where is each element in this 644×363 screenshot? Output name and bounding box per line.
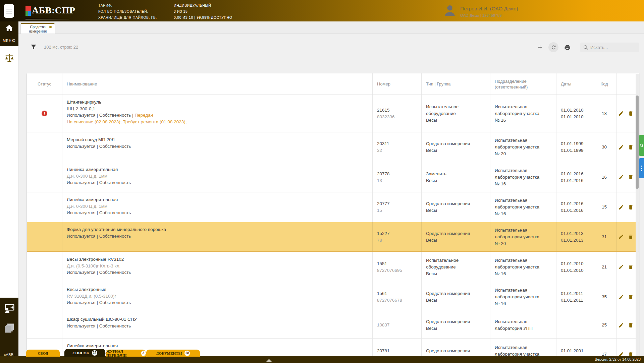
table-row-selected[interactable]: Форма для уплотнения минерального порошк… xyxy=(27,222,639,252)
pencil-icon xyxy=(618,294,624,300)
sidebar-item-instruments[interactable] xyxy=(0,51,18,66)
col-header-dept[interactable]: Подразделение (ответственный) xyxy=(490,73,556,95)
trash-icon xyxy=(628,111,634,116)
dots-vertical-icon xyxy=(641,166,642,167)
copy-button[interactable] xyxy=(0,320,18,337)
pencil-icon xyxy=(618,111,624,116)
tab-modified-dot xyxy=(49,26,52,28)
trash-icon xyxy=(628,322,634,328)
refresh-icon xyxy=(551,45,556,50)
quick-search-panel-button[interactable] xyxy=(639,135,644,156)
expand-up-icon[interactable] xyxy=(266,359,272,362)
col-header-number[interactable]: Номер xyxy=(372,73,421,95)
storage-label: ХРАНИЛИЩЕ ДЛЯ ФАЙЛОВ, ГБ: xyxy=(98,15,157,19)
delete-button[interactable] xyxy=(628,144,634,150)
edit-button[interactable] xyxy=(618,144,624,150)
delete-button[interactable] xyxy=(628,352,634,356)
search-icon xyxy=(640,143,644,147)
users-label: КОЛ-ВО ПОЛЬЗОВАТЕЛЕЙ: xyxy=(98,9,148,13)
tab-count-badge: 22 xyxy=(92,350,97,356)
app-logo: АБВ:СПР xyxy=(32,5,75,16)
tariff-value: ИНДИВИДУАЛЬНЫЙ xyxy=(174,3,211,7)
tab-zhurnal-peredachi[interactable]: ЖУРНАЛ ПЕРЕДАЧИ 3 xyxy=(106,350,146,357)
document-tab-strip: Средства измерения xyxy=(18,21,644,34)
pencil-icon xyxy=(618,264,624,270)
instruments-table: Статус Наименование Номер Тип | Группа П… xyxy=(27,73,639,356)
app-window: АБВ:СПР ТАРИФ: КОЛ-ВО ПОЛЬЗОВАТЕЛЕЙ: ХРА… xyxy=(0,0,644,363)
trash-icon xyxy=(628,234,634,240)
table-row[interactable]: Линейка измерительная Д.и. 0-300 Ц.д. 1м… xyxy=(27,192,639,222)
table-row[interactable]: Мерный сосуд МП 20Л Используется | Собст… xyxy=(27,132,639,162)
user-name[interactable]: Петров И.И. (ОАО Демо) xyxy=(460,6,518,11)
hamburger-menu-button[interactable] xyxy=(4,4,14,18)
tab-count-badge: 3 xyxy=(141,351,146,356)
col-header-code[interactable]: Код xyxy=(592,73,616,95)
logo-underline xyxy=(25,19,69,19)
copy-icon xyxy=(3,322,15,334)
home-icon xyxy=(5,24,13,32)
delete-button[interactable] xyxy=(628,204,634,210)
edit-button[interactable] xyxy=(618,111,624,116)
status-bar: Версия: 2.32 от 14.08.2023 xyxy=(0,356,644,363)
delete-button[interactable] xyxy=(628,264,634,270)
print-button[interactable] xyxy=(563,43,571,51)
error-status-icon[interactable]: ! xyxy=(42,111,47,116)
trash-icon xyxy=(628,144,634,150)
refresh-button[interactable] xyxy=(548,42,558,52)
pencil-icon xyxy=(618,234,624,240)
pencil-icon xyxy=(618,322,624,328)
sidebar-bottom-panel: «АБВ- проект» xyxy=(0,298,18,363)
pencil-icon xyxy=(618,352,624,356)
col-header-type[interactable]: Тип | Группа xyxy=(421,73,490,95)
top-header: АБВ:СПР ТАРИФ: КОЛ-ВО ПОЛЬЗОВАТЕЛЕЙ: ХРА… xyxy=(0,0,644,21)
home-button[interactable] xyxy=(0,21,18,35)
sidebar-menu-button[interactable]: МЕНЮ xyxy=(0,35,18,46)
left-sidebar: МЕНЮ xyxy=(0,21,18,363)
users-value: 3 ИЗ 15 xyxy=(174,9,187,13)
table-row[interactable]: Весы электронные RV 3102Д.и. (0.5-3100)г… xyxy=(27,282,639,312)
delete-button[interactable] xyxy=(628,234,634,240)
user-avatar[interactable] xyxy=(443,3,457,18)
logo-flag-icon xyxy=(25,6,31,16)
table-row[interactable]: ! Штангенциркуль ШЦ-2-300-0,1 Использует… xyxy=(27,95,639,132)
tab-count-badge: 28 xyxy=(184,351,190,356)
version-label: Версия: 2.32 от 14.08.2023 xyxy=(595,356,641,363)
edit-button[interactable] xyxy=(618,352,624,356)
query-stats: 102 мс, строк: 22 xyxy=(44,45,78,50)
vertical-scrollbar-thumb[interactable] xyxy=(636,96,639,189)
support-button[interactable] xyxy=(0,301,18,316)
edit-button[interactable] xyxy=(618,264,624,270)
col-header-status[interactable]: Статус xyxy=(27,73,62,95)
filter-button[interactable] xyxy=(30,44,38,51)
tab-sredstva-izmereniya[interactable]: Средства измерения xyxy=(21,23,55,34)
pencil-icon xyxy=(618,174,624,180)
add-record-button[interactable] xyxy=(536,43,544,51)
delete-button[interactable] xyxy=(628,111,634,116)
more-panel-button[interactable] xyxy=(639,158,644,178)
tab-spisok[interactable]: СПИСОК 22 xyxy=(64,349,105,357)
tariff-label: ТАРИФ: xyxy=(98,3,112,7)
table-row[interactable]: Весы электронные RV3102 Д.и. (0.5-3100)г… xyxy=(27,252,639,282)
trash-icon xyxy=(628,352,634,356)
pencil-icon xyxy=(618,144,624,150)
tab-dokumenty[interactable]: ДОКУМЕНТЫ 28 xyxy=(146,350,200,357)
edit-button[interactable] xyxy=(618,174,624,180)
search-icon xyxy=(583,45,588,50)
search-box xyxy=(580,43,639,52)
col-header-dates[interactable]: Даты xyxy=(556,73,592,95)
delete-button[interactable] xyxy=(628,322,634,328)
edit-button[interactable] xyxy=(618,322,624,328)
delete-button[interactable] xyxy=(628,174,634,180)
col-header-name[interactable]: Наименование xyxy=(62,73,372,95)
table-row[interactable]: Линейка измерительная Д.и. 0-300 Ц.д. 1м… xyxy=(27,162,639,192)
edit-button[interactable] xyxy=(618,294,624,300)
search-input[interactable] xyxy=(590,45,634,50)
filter-icon xyxy=(30,44,37,50)
tab-svod[interactable]: СВОД xyxy=(26,350,60,357)
trash-icon xyxy=(628,174,634,180)
edit-button[interactable] xyxy=(618,234,624,240)
storage-value: 0,00 ИЗ 10 | 99,99% ДОСТУПНО xyxy=(174,15,232,19)
delete-button[interactable] xyxy=(628,294,634,300)
table-row[interactable]: Шкаф сушильный ШС-80-01 СПУ Используется… xyxy=(27,312,639,339)
edit-button[interactable] xyxy=(618,204,624,210)
